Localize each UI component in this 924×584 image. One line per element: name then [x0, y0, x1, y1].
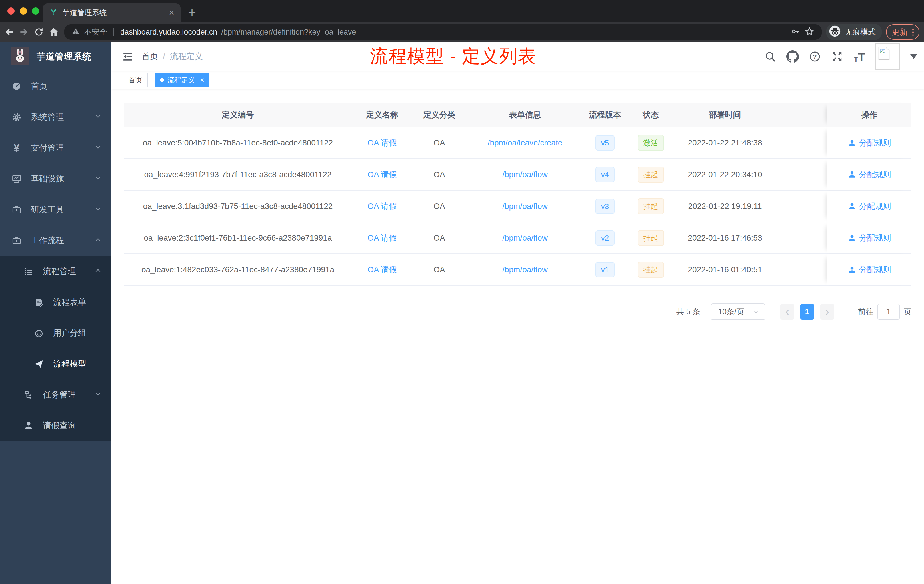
form-info-link[interactable]: /bpm/oa/flow [502, 265, 548, 274]
tag-close-icon[interactable]: × [200, 76, 204, 84]
definition-name-link[interactable]: OA 请假 [368, 137, 397, 148]
next-page-button[interactable]: › [820, 304, 834, 320]
briefcase-icon [11, 236, 22, 246]
definition-category: OA [413, 127, 466, 158]
definition-name-link[interactable]: OA 请假 [368, 264, 397, 275]
sidebar-item-system[interactable]: 系统管理 [0, 102, 111, 133]
new-tab-button[interactable]: + [188, 4, 196, 21]
definition-category: OA [413, 222, 466, 253]
breadcrumb-current: 流程定义 [170, 51, 203, 62]
incognito-badge: 无痕模式 [826, 24, 882, 40]
assign-rule-button[interactable]: 分配规则 [848, 201, 891, 212]
window-zoom-button[interactable] [32, 7, 39, 15]
pagination-total: 共 5 条 [676, 307, 700, 317]
form-info-link[interactable]: /bpm/oa/leave/create [488, 138, 563, 147]
definition-id: oa_leave:3:1fad3d93-7b75-11ec-a3c8-acde4… [124, 191, 351, 222]
definition-category: OA [413, 254, 466, 285]
main-area: 首页 / 流程定义 流程模型 - 定义列表 ? TT [111, 42, 924, 584]
workflow-submenu: 流程管理 流程表单 用户分组 [0, 256, 111, 441]
page-size-select[interactable]: 10条/页 [711, 304, 766, 320]
goto-label: 前往 [858, 307, 873, 317]
help-icon[interactable]: ? [808, 50, 821, 63]
chevron-down-icon [94, 174, 102, 184]
font-size-icon[interactable]: TT [853, 50, 866, 63]
browser-update-menu-button[interactable]: 更新 [886, 24, 919, 40]
definition-name-link[interactable]: OA 请假 [368, 169, 397, 180]
chevron-up-icon [94, 266, 102, 277]
deploy-time: 2022-01-22 20:34:10 [676, 159, 774, 190]
chevron-down-icon [752, 308, 760, 315]
assign-rule-button[interactable]: 分配规则 [848, 264, 891, 275]
sidebar-item-leave-query[interactable]: 请假查询 [0, 410, 111, 441]
assign-rule-button[interactable]: 分配规则 [848, 137, 891, 148]
col-status: 状态 [626, 103, 676, 127]
status-badge[interactable]: 挂起 [638, 262, 664, 278]
url-domain: dashboard.yudao.iocoder.cn [120, 28, 217, 36]
browser-toolbar: 不安全 dashboard.yudao.iocoder.cn/bpm/manag… [0, 22, 924, 42]
browser-tab[interactable]: 芋道管理系统 × [43, 3, 181, 22]
sidebar-item-devtools[interactable]: 研发工具 [0, 194, 111, 225]
breadcrumb-home[interactable]: 首页 [142, 51, 158, 62]
chevron-down-icon [94, 390, 102, 400]
page-unit-label: 页 [904, 307, 911, 317]
window-controls [7, 7, 39, 15]
breadcrumb-separator: / [163, 52, 165, 61]
status-badge[interactable]: 激活 [638, 135, 664, 151]
version-badge: v4 [596, 167, 615, 182]
avatar-broken-image[interactable] [875, 43, 900, 70]
sidebar-item-home[interactable]: 首页 [0, 71, 111, 102]
sidebar-item-payment[interactable]: ¥ 支付管理 [0, 133, 111, 163]
tag-process-definition[interactable]: 流程定义 × [155, 73, 210, 87]
forward-icon[interactable] [18, 26, 30, 38]
sidebar-item-infrastructure[interactable]: 基础设施 [0, 163, 111, 194]
back-icon[interactable] [3, 26, 15, 38]
gear-icon [11, 112, 22, 122]
sidebar-item-user-group[interactable]: 用户分组 [0, 318, 111, 348]
sidebar-item-workflow[interactable]: 工作流程 [0, 225, 111, 256]
status-badge[interactable]: 挂起 [638, 198, 664, 214]
sidebar-item-task-management[interactable]: 任务管理 [0, 379, 111, 410]
page-number-1[interactable]: 1 [800, 304, 814, 320]
tag-home[interactable]: 首页 [123, 73, 148, 87]
avatar-dropdown-caret-icon[interactable] [910, 54, 917, 59]
tags-view-bar: 首页 流程定义 × [111, 71, 924, 89]
form-info-link[interactable]: /bpm/oa/flow [502, 170, 548, 179]
form-info-link[interactable]: /bpm/oa/flow [502, 202, 548, 211]
col-deploy-time: 部署时间 [676, 103, 774, 127]
status-badge[interactable]: 挂起 [638, 230, 664, 246]
sidebar-logo-row[interactable]: 芋道管理系统 [0, 42, 111, 71]
status-badge[interactable]: 挂起 [638, 167, 664, 183]
definition-name-link[interactable]: OA 请假 [368, 233, 397, 243]
sidebar-fold-icon[interactable] [122, 51, 134, 63]
table-header-row: 定义编号 定义名称 定义分类 表单信息 流程版本 状态 部署时间 操作 [124, 103, 911, 127]
assign-rule-button[interactable]: 分配规则 [848, 169, 891, 180]
document-edit-icon [33, 297, 45, 307]
definition-name-link[interactable]: OA 请假 [368, 201, 397, 212]
sidebar-item-process-form[interactable]: 流程表单 [0, 287, 111, 318]
password-key-icon[interactable] [790, 26, 800, 38]
address-bar[interactable]: 不安全 dashboard.yudao.iocoder.cn/bpm/manag… [64, 24, 822, 40]
bookmark-star-icon[interactable] [804, 26, 815, 38]
search-icon[interactable] [764, 50, 777, 63]
deploy-time: 2022-01-16 01:40:51 [676, 254, 774, 285]
home-icon[interactable] [48, 26, 60, 38]
fullscreen-icon[interactable] [831, 50, 843, 63]
github-icon[interactable] [786, 50, 799, 63]
sidebar-item-process-management[interactable]: 流程管理 [0, 256, 111, 287]
sidebar-item-process-model[interactable]: 流程模型 [0, 348, 111, 379]
navbar: 首页 / 流程定义 流程模型 - 定义列表 ? TT [111, 42, 924, 71]
col-operations: 操作 [827, 103, 911, 127]
incognito-label: 无痕模式 [845, 27, 876, 37]
definition-id: oa_leave:1:482ec033-762a-11ec-8477-a2380… [124, 254, 351, 285]
window-close-button[interactable] [7, 7, 15, 15]
assign-rule-button[interactable]: 分配规则 [848, 233, 891, 243]
tab-close-icon[interactable]: × [169, 8, 174, 17]
goto-page-input[interactable] [878, 304, 900, 320]
reload-icon[interactable] [33, 26, 45, 38]
deploy-time: 2022-01-22 19:19:11 [676, 191, 774, 222]
col-definition-id: 定义编号 [124, 103, 351, 127]
window-minimize-button[interactable] [20, 7, 27, 15]
table-row: oa_leave:2:3c1f0ef1-76b1-11ec-9c66-a2380… [124, 222, 911, 254]
prev-page-button[interactable]: ‹ [780, 304, 794, 320]
form-info-link[interactable]: /bpm/oa/flow [502, 233, 548, 243]
